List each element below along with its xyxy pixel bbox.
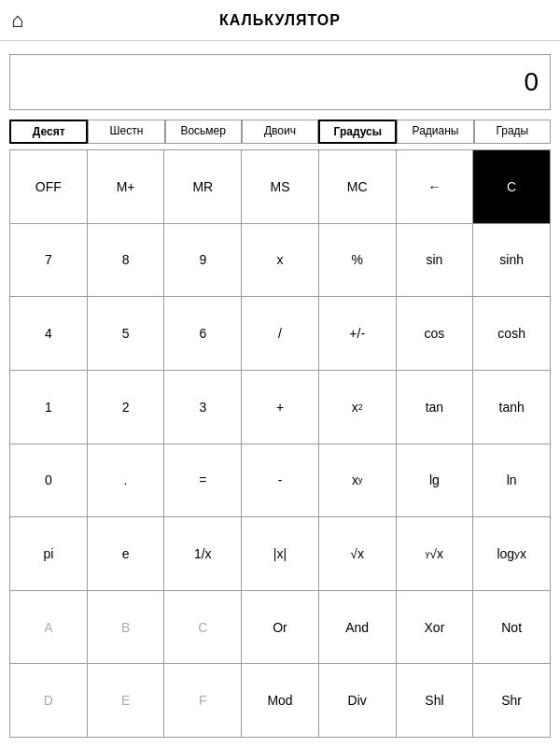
btn-shl[interactable]: Shl xyxy=(397,664,474,738)
btn-7[interactable]: 7 xyxy=(10,224,88,298)
btn-a[interactable]: A xyxy=(10,591,88,665)
btn-9[interactable]: 9 xyxy=(164,224,242,298)
btn-tanh[interactable]: tanh xyxy=(473,371,551,444)
btn-sinh[interactable]: sinh xyxy=(473,224,551,298)
btn-xor[interactable]: Xor xyxy=(397,591,474,665)
btn-divide[interactable]: / xyxy=(242,297,319,371)
btn-0[interactable]: 0 xyxy=(10,444,88,518)
btn-square[interactable]: x2 xyxy=(319,371,397,444)
btn-tan[interactable]: tan xyxy=(397,371,474,444)
btn-plusminus[interactable]: +/- xyxy=(319,297,397,371)
btn-reciprocal[interactable]: 1/x xyxy=(164,517,242,591)
btn-cosh[interactable]: cosh xyxy=(473,297,551,371)
btn-lg[interactable]: lg xyxy=(397,444,474,518)
btn-shr[interactable]: Shr xyxy=(473,664,551,738)
btn-8[interactable]: 8 xyxy=(88,224,165,298)
btn-plus[interactable]: + xyxy=(242,371,319,444)
btn-equals[interactable]: = xyxy=(164,444,242,518)
btn-or[interactable]: Or xyxy=(242,591,319,665)
tab-hex[interactable]: Шестн xyxy=(88,120,164,144)
btn-mc[interactable]: MC xyxy=(319,150,397,224)
btn-c[interactable]: C xyxy=(164,591,242,665)
btn-d[interactable]: D xyxy=(10,664,88,738)
btn-2[interactable]: 2 xyxy=(88,371,165,444)
btn-log[interactable]: logyx xyxy=(473,517,551,591)
btn-e[interactable]: e xyxy=(88,517,165,591)
btn-abs[interactable]: |x| xyxy=(242,517,319,591)
home-icon[interactable]: ⌂ xyxy=(11,8,23,33)
btn-5[interactable]: 5 xyxy=(88,297,165,371)
btn-decimal[interactable]: . xyxy=(88,444,165,518)
tab-radians[interactable]: Радианы xyxy=(397,120,473,144)
tab-octal[interactable]: Восьмер xyxy=(165,120,242,144)
btn-mod[interactable]: Mod xyxy=(242,664,319,738)
btn-f[interactable]: F xyxy=(164,664,242,738)
btn-minus[interactable]: - xyxy=(242,444,319,518)
btn-div[interactable]: Div xyxy=(319,664,397,738)
btn-power[interactable]: xy xyxy=(319,444,397,518)
btn-yroot[interactable]: y√x xyxy=(397,517,474,591)
app-title: КАЛЬКУЛЯТОР xyxy=(219,12,341,29)
btn-percent[interactable]: % xyxy=(319,224,397,298)
btn-3[interactable]: 3 xyxy=(164,371,242,444)
btn-not[interactable]: Not xyxy=(473,591,551,665)
btn-sqrt[interactable]: √x xyxy=(319,517,397,591)
btn-sin[interactable]: sin xyxy=(397,224,474,298)
tab-decimal[interactable]: Десят xyxy=(9,120,88,144)
btn-6[interactable]: 6 xyxy=(164,297,242,371)
btn-pi[interactable]: pi xyxy=(10,517,88,591)
btn-ln[interactable]: ln xyxy=(473,444,551,518)
btn-4[interactable]: 4 xyxy=(10,297,88,371)
btn-mr[interactable]: MR xyxy=(164,150,242,224)
header: ⌂ КАЛЬКУЛЯТОР xyxy=(0,0,560,41)
btn-multiply[interactable]: x xyxy=(242,224,319,298)
btn-mplus[interactable]: M+ xyxy=(88,150,165,224)
tab-degrees[interactable]: Градусы xyxy=(318,120,397,144)
tab-grads[interactable]: Грады xyxy=(474,120,551,144)
calc-grid: OFF M+ MR MS MC ← C 7 8 9 x % sin sinh 4… xyxy=(9,149,551,738)
btn-clear[interactable]: C xyxy=(473,150,551,224)
display-area: 0 xyxy=(9,54,551,110)
btn-ms[interactable]: MS xyxy=(242,150,319,224)
display-value: 0 xyxy=(524,67,539,97)
btn-b[interactable]: B xyxy=(88,591,165,665)
btn-e2[interactable]: E xyxy=(88,664,165,738)
btn-cos[interactable]: cos xyxy=(397,297,474,371)
btn-backspace[interactable]: ← xyxy=(397,150,474,224)
btn-off[interactable]: OFF xyxy=(10,150,88,224)
mode-tabs: Десят Шестн Восьмер Двоич Градусы Радиан… xyxy=(9,120,551,144)
btn-1[interactable]: 1 xyxy=(10,371,88,444)
btn-and[interactable]: And xyxy=(319,591,397,665)
tab-binary[interactable]: Двоич xyxy=(242,120,318,144)
